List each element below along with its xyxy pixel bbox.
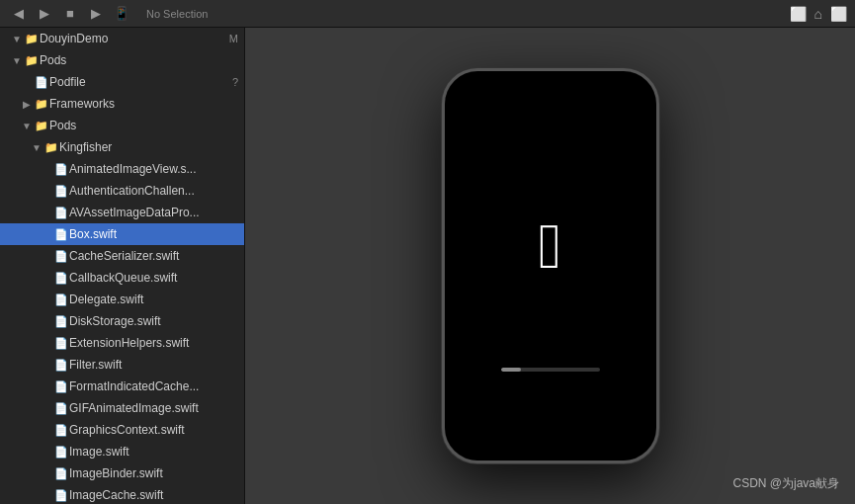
sidebar-item-ImageCache[interactable]: 📄ImageCache.swift: [0, 484, 244, 504]
item-label: AuthenticationChallen...: [69, 184, 238, 198]
item-label: CallbackQueue.swift: [69, 271, 238, 285]
sidebar-item-ImageBinder[interactable]: 📄ImageBinder.swift: [0, 462, 244, 484]
sidebar-item-Box[interactable]: 📄Box.swift: [0, 223, 244, 245]
sidebar-item-douyin-demo[interactable]: ▼📁DouyinDemoM: [0, 28, 244, 49]
device-selector[interactable]: 📱: [111, 3, 132, 25]
item-label: AVAssetImageDataPro...: [69, 206, 238, 219]
item-badge: ?: [232, 76, 238, 88]
item-label: Podfile: [49, 75, 228, 89]
sidebar-item-kingfisher[interactable]: ▼📁Kingfisher: [0, 136, 244, 158]
swift-file-icon: 📄: [53, 337, 69, 350]
item-label: Filter.swift: [69, 358, 238, 372]
item-badge: M: [229, 33, 238, 44]
toolbar-icons: ◀ ▶ ■ ▶ 📱: [8, 3, 132, 25]
file-file-icon: 📄: [34, 76, 49, 89]
main-content: ▼📁DouyinDemoM▼📁Pods 📄Podfile?▶📁Framework…: [0, 28, 855, 504]
sidebar-item-AVAssetImageDataPro[interactable]: 📄AVAssetImageDataPro...: [0, 202, 244, 223]
group-file-icon: 📁: [24, 54, 40, 67]
sidebar-item-Image[interactable]: 📄Image.swift: [0, 441, 244, 462]
item-label: GIFAnimatedImage.swift: [69, 401, 238, 415]
chevron-icon: ▼: [10, 34, 24, 44]
group-file-icon: 📁: [24, 33, 40, 45]
group-file-icon: 📁: [43, 141, 59, 154]
item-label: Frameworks: [49, 97, 238, 111]
camera-icon[interactable]: ⬜: [790, 6, 807, 22]
sidebar-item-CallbackQueue[interactable]: 📄CallbackQueue.swift: [0, 267, 244, 289]
sidebar-item-pods-root[interactable]: ▼📁Pods: [0, 49, 244, 71]
swift-file-icon: 📄: [53, 228, 69, 241]
chevron-icon: ▼: [20, 121, 34, 131]
sidebar-item-AnimatedImageView[interactable]: 📄AnimatedImageView.s...: [0, 158, 244, 180]
sidebar-item-Delegate[interactable]: 📄Delegate.swift: [0, 289, 244, 310]
item-label: DouyinDemo: [40, 32, 225, 45]
item-label: CacheSerializer.swift: [69, 249, 238, 263]
sidebar-item-FormatIndicatedCache[interactable]: 📄FormatIndicatedCache...: [0, 376, 244, 397]
sidebar-item-ExtensionHelpers[interactable]: 📄ExtensionHelpers.swift: [0, 332, 244, 354]
phone-mockup: : [442, 68, 659, 463]
stop-button[interactable]: ■: [59, 3, 81, 25]
item-label: Box.swift: [69, 227, 238, 241]
sidebar-item-pods-sub[interactable]: ▼📁Pods: [0, 115, 244, 136]
forward-button[interactable]: ▶: [34, 3, 55, 25]
file-navigator: ▼📁DouyinDemoM▼📁Pods 📄Podfile?▶📁Framework…: [0, 28, 245, 504]
swift-file-icon: 📄: [53, 163, 69, 176]
chevron-icon: ▼: [10, 55, 24, 66]
sidebar-item-GraphicsContext[interactable]: 📄GraphicsContext.swift: [0, 419, 244, 441]
top-bar: ◀ ▶ ■ ▶ 📱 No Selection ⬜ ⌂ ⬜: [0, 0, 855, 28]
item-label: Pods: [49, 119, 238, 132]
item-label: Image.swift: [69, 445, 238, 459]
sidebar-item-GIFAnimatedImage[interactable]: 📄GIFAnimatedImage.swift: [0, 397, 244, 419]
sidebar-item-DiskStorage[interactable]: 📄DiskStorage.swift: [0, 310, 244, 332]
boot-progress-bar: [501, 368, 600, 372]
item-label: GraphicsContext.swift: [69, 423, 238, 437]
swift-file-icon: 📄: [53, 359, 69, 372]
swift-file-icon: 📄: [53, 250, 69, 263]
apple-logo-icon: : [539, 214, 561, 278]
swift-file-icon: 📄: [53, 402, 69, 415]
chevron-icon: ▼: [30, 142, 43, 153]
progress-fill: [501, 368, 521, 372]
item-label: AnimatedImageView.s...: [69, 162, 238, 176]
swift-file-icon: 📄: [53, 315, 69, 328]
item-label: Kingfisher: [59, 140, 238, 154]
sidebar-item-podfile[interactable]: 📄Podfile?: [0, 71, 244, 93]
preview-area:  CSDN @为java献身: [245, 28, 855, 504]
swift-file-icon: 📄: [53, 467, 69, 480]
sidebar-item-Filter[interactable]: 📄Filter.swift: [0, 354, 244, 376]
swift-file-icon: 📄: [53, 207, 69, 219]
share-icon[interactable]: ⬜: [830, 6, 847, 22]
swift-file-icon: 📄: [53, 489, 69, 502]
item-label: DiskStorage.swift: [69, 314, 238, 328]
sidebar-item-frameworks[interactable]: ▶📁Frameworks: [0, 93, 244, 115]
item-label: Delegate.swift: [69, 293, 238, 306]
group-file-icon: 📁: [34, 98, 49, 111]
item-label: Pods: [40, 53, 238, 67]
toolbar-right: ⬜ ⌂ ⬜: [790, 6, 847, 22]
chevron-icon: ▶: [20, 99, 34, 110]
run-button[interactable]: ▶: [85, 3, 107, 25]
swift-file-icon: 📄: [53, 294, 69, 306]
back-button[interactable]: ◀: [8, 3, 30, 25]
group-file-icon: 📁: [34, 120, 49, 132]
swift-file-icon: 📄: [53, 272, 69, 285]
swift-file-icon: 📄: [53, 185, 69, 198]
swift-file-icon: 📄: [53, 424, 69, 437]
item-label: ExtensionHelpers.swift: [69, 336, 238, 350]
sidebar-item-AuthenticationChallen[interactable]: 📄AuthenticationChallen...: [0, 180, 244, 202]
watermark-text: CSDN @为java献身: [732, 475, 839, 492]
no-selection-label: No Selection: [146, 8, 208, 20]
home-icon[interactable]: ⌂: [814, 6, 822, 22]
phone-screen: : [445, 71, 656, 461]
item-label: FormatIndicatedCache...: [69, 379, 238, 393]
swift-file-icon: 📄: [53, 380, 69, 393]
swift-file-icon: 📄: [53, 446, 69, 459]
item-label: ImageBinder.swift: [69, 466, 238, 480]
item-label: ImageCache.swift: [69, 488, 238, 502]
sidebar-item-CacheSerializer[interactable]: 📄CacheSerializer.swift: [0, 245, 244, 267]
